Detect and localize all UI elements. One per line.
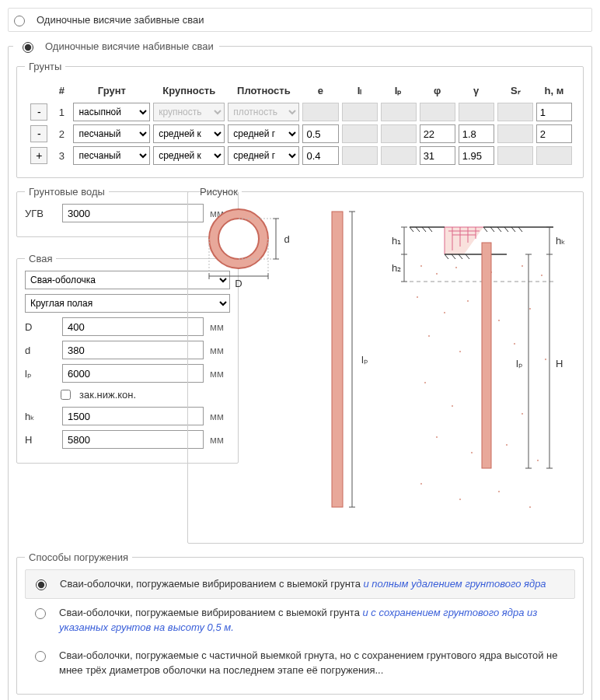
hk-input[interactable] — [62, 407, 204, 425]
water-input[interactable] — [62, 204, 204, 222]
ip-input — [381, 103, 417, 121]
col-h: h, м — [536, 82, 572, 100]
svg-text:hₖ: hₖ — [556, 235, 566, 247]
svg-point-31 — [420, 265, 422, 267]
svg-point-45 — [545, 359, 546, 360]
e-input — [302, 103, 338, 121]
svg-point-42 — [428, 335, 430, 337]
col-density: Плотность — [228, 82, 299, 100]
add-row-button[interactable]: + — [30, 147, 47, 164]
svg-text:h₁: h₁ — [392, 235, 401, 247]
col-e: e — [302, 82, 338, 100]
remove-row-button[interactable]: - — [30, 103, 47, 121]
D-label: D — [25, 321, 56, 333]
drawing-fieldset: Рисунок D — [187, 186, 584, 544]
H-input[interactable] — [62, 430, 204, 449]
col-sr: Sᵣ — [497, 82, 533, 100]
svg-point-41 — [529, 308, 531, 310]
e-input[interactable] — [302, 146, 338, 165]
gamma-input[interactable] — [459, 124, 494, 143]
svg-point-47 — [452, 405, 453, 407]
sr-input — [497, 124, 533, 143]
svg-point-40 — [498, 320, 500, 321]
svg-point-46 — [424, 382, 426, 383]
phi-input[interactable] — [420, 124, 455, 143]
method-text: Сваи-оболочки, погружаемые вибрированием… — [59, 605, 569, 635]
d-input[interactable] — [62, 341, 204, 359]
hk-label: hₖ — [25, 411, 56, 422]
soil-select[interactable]: песчаный — [73, 146, 150, 165]
svg-point-51 — [471, 452, 473, 453]
option-driven-radio[interactable] — [14, 16, 25, 26]
methods-legend: Способы погружения — [25, 551, 132, 563]
il-input — [342, 124, 378, 143]
method-option[interactable]: Сваи-оболочки, погружаемые с частичной в… — [25, 642, 575, 684]
col-soil: Грунт — [73, 82, 150, 100]
pile-legend: Свая — [25, 253, 56, 264]
svg-point-44 — [514, 343, 515, 345]
ip-input — [381, 146, 417, 165]
svg-point-49 — [522, 413, 523, 415]
method-option[interactable]: Сваи-оболочки, погружаемые вибрированием… — [25, 569, 575, 599]
soil-row: - 2 песчаный средней к средней г — [28, 124, 572, 143]
pile-diagram: D d — [196, 204, 575, 538]
svg-rect-58 — [482, 243, 491, 468]
method-radio[interactable] — [35, 651, 46, 662]
svg-point-52 — [506, 444, 508, 446]
water-label: УГВ — [25, 208, 56, 219]
drawing-legend: Рисунок — [196, 186, 242, 198]
svg-point-55 — [459, 499, 461, 500]
grain-select: крупность — [153, 103, 225, 121]
grain-select[interactable]: средней к — [153, 124, 225, 143]
phi-input[interactable] — [420, 146, 455, 165]
option-driven-row[interactable]: Одиночные висячие забивные сваи — [8, 8, 592, 32]
option-bored-radio[interactable] — [23, 42, 33, 53]
D-input[interactable] — [62, 317, 204, 336]
sr-input — [497, 146, 533, 165]
soil-row: - 1 насыпной крупность плотность — [28, 103, 572, 121]
svg-rect-14 — [332, 212, 343, 507]
col-grain: Крупность — [153, 82, 225, 100]
closed-end-checkbox[interactable] — [61, 390, 71, 400]
h-input — [536, 146, 572, 165]
svg-point-54 — [420, 483, 422, 485]
method-option[interactable]: Сваи-оболочки, погружаемые вибрированием… — [25, 599, 575, 642]
svg-point-1 — [218, 219, 259, 259]
lp-input[interactable] — [62, 364, 204, 383]
grain-select[interactable]: средней к — [153, 146, 225, 165]
h-input[interactable] — [536, 103, 572, 121]
soil-row: + 3 песчаный средней к средней г — [28, 146, 572, 165]
gamma-input[interactable] — [459, 146, 494, 165]
e-input[interactable] — [302, 124, 338, 143]
soils-table: # Грунт Крупность Плотность e Iₗ Iₚ φ γ … — [25, 79, 575, 168]
density-select[interactable]: средней г — [228, 146, 299, 165]
svg-text:H: H — [556, 358, 563, 369]
svg-point-36 — [541, 275, 542, 276]
h-input[interactable] — [536, 124, 572, 143]
soils-legend: Грунты — [25, 61, 65, 72]
row-number: 1 — [54, 103, 71, 121]
svg-point-53 — [537, 460, 539, 461]
svg-point-35 — [522, 265, 523, 267]
remove-row-button[interactable]: - — [30, 125, 47, 142]
water-legend: Грунтовые воды — [25, 186, 109, 198]
density-select[interactable]: средней г — [228, 124, 299, 143]
svg-point-39 — [467, 300, 469, 302]
il-input — [342, 146, 378, 165]
method-radio[interactable] — [36, 579, 47, 590]
svg-point-50 — [436, 436, 438, 438]
method-radio[interactable] — [35, 608, 46, 619]
col-num: # — [54, 82, 71, 100]
svg-point-57 — [529, 506, 531, 508]
method-text: Сваи-оболочки, погружаемые вибрированием… — [60, 576, 568, 592]
ip-input — [381, 124, 417, 143]
svg-point-33 — [455, 267, 457, 268]
option-driven-label: Одиночные висячие забивные сваи — [37, 14, 204, 26]
bored-section: Одиночные висячие набивные сваи Грунты #… — [8, 38, 592, 700]
soil-select[interactable]: насыпной — [73, 103, 150, 121]
soil-select[interactable]: песчаный — [73, 124, 150, 143]
soils-fieldset: Грунты # Грунт Крупность Плотность e Iₗ … — [16, 61, 584, 178]
svg-text:h₂: h₂ — [392, 262, 401, 274]
H-label: H — [25, 434, 56, 446]
row-number: 3 — [54, 146, 71, 165]
